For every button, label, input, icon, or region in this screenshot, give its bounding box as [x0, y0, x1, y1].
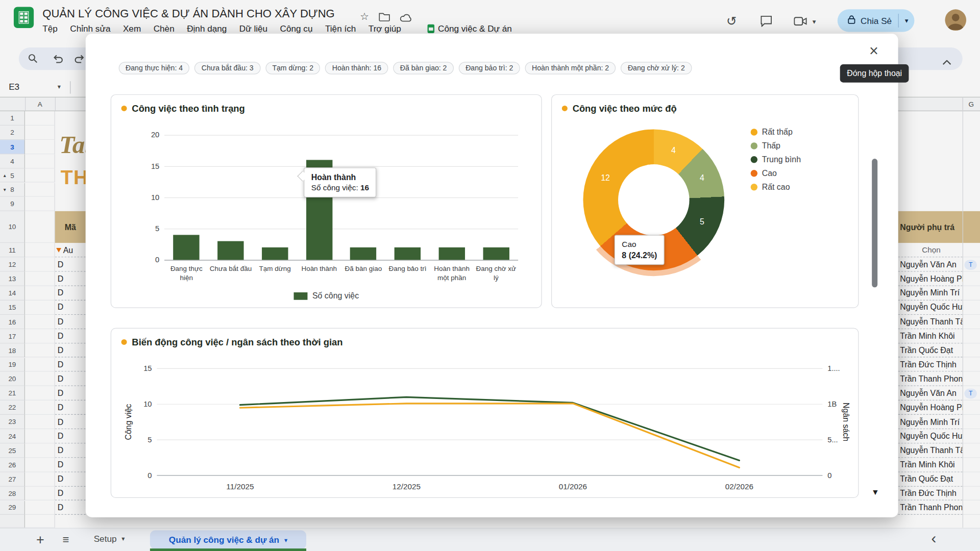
x-tick-label: 02/2026 [725, 482, 753, 491]
slice-value-Rất thấp: 12 [598, 173, 612, 182]
legend-Thấp[interactable]: Thấp [751, 141, 801, 151]
y-tick-label: 15 [137, 162, 159, 170]
status-badge[interactable]: Hoàn thành một phần: 2 [525, 62, 616, 74]
legend-swatch [293, 292, 307, 299]
legend-Rất thấp[interactable]: Rất thấp [751, 128, 801, 137]
bar-Đang chờ xử lý[interactable] [483, 247, 509, 260]
y-tick-label: 5 [137, 224, 159, 233]
status-badge[interactable]: Hoàn thành: 16 [325, 62, 388, 74]
legend-dot [751, 170, 757, 177]
status-badge[interactable]: Đã bàn giao: 2 [393, 62, 454, 74]
y-tick-label: 10 [137, 193, 159, 202]
legend-Trung bình[interactable]: Trung bình [751, 155, 801, 164]
chart-title-status: Công việc theo tình trạng [121, 103, 245, 114]
x-tick-label: 12/2025 [393, 482, 421, 491]
y-tick-label: 20 [137, 131, 159, 139]
status-badge[interactable]: Đang bảo trì: 2 [459, 62, 520, 74]
y-tick-left: 5 [148, 436, 152, 444]
bullet-icon [121, 106, 127, 111]
bar-Đang bảo trì[interactable] [395, 247, 421, 260]
gridline [164, 135, 518, 135]
gridline [164, 197, 518, 198]
modal-scrollbar-thumb[interactable] [872, 159, 877, 287]
legend-Cao[interactable]: Cao [751, 169, 801, 178]
bar-Chưa bắt đầu[interactable] [217, 241, 243, 260]
close-icon[interactable]: × [864, 41, 883, 60]
axis-title-right: Ngân sách [842, 403, 850, 441]
slice-value-Thấp: 4 [695, 173, 709, 182]
donut-hole [618, 164, 690, 236]
chart-card-timeline: Biến động công việc / ngân sách theo thờ… [111, 328, 859, 498]
x-tick-label: Đã bàn giao [341, 265, 385, 273]
status-badges: Đang thực hiện: 4Chưa bắt đầu: 3Tạm dừng… [119, 62, 692, 74]
y-tick-left: 15 [143, 364, 152, 372]
x-tick-label: Đang bảo trì [386, 265, 430, 273]
y-tick-right: 5... [827, 436, 838, 444]
screen: QUẢN LÝ CÔNG VIỆC & DỰ ÁN DÀNH CHO XÂY D… [0, 0, 980, 551]
slice-value-Trung bình: 5 [695, 217, 709, 226]
chart-tooltip: Cao 8 (24.2%) [615, 235, 665, 265]
dashboard-dialog: × Đang thực hiện: 4Chưa bắt đầu: 3Tạm dừ… [86, 34, 898, 517]
legend-dot [751, 142, 757, 149]
bullet-icon [562, 106, 568, 111]
y-tick-left: 10 [143, 400, 152, 408]
series-Ngân sách [240, 404, 739, 468]
gridline [164, 166, 518, 167]
bar-Đang thực hiện[interactable] [174, 235, 200, 260]
x-tick-label: Đang thực hiện [165, 265, 209, 282]
status-badge[interactable]: Tạm dừng: 2 [265, 62, 321, 74]
status-badge[interactable]: Đang thực hiện: 4 [119, 62, 190, 74]
y-tick-label: 0 [137, 256, 159, 264]
chart-title-priority: Công việc theo mức độ [562, 103, 677, 114]
bar-Đã bàn giao[interactable] [350, 247, 376, 260]
axis-title-left: Công việc [124, 404, 133, 440]
x-tick-label: Hoàn thành [297, 265, 341, 273]
y-tick-right: 1B [827, 400, 837, 408]
slice-value-Rất cao: 4 [666, 145, 681, 155]
x-tick-label: 01/2026 [559, 482, 587, 491]
bar-chart-legend: Số công việc [111, 291, 541, 300]
x-tick-label: Chưa bắt đầu [209, 265, 253, 273]
legend-dot [751, 156, 757, 163]
chart-card-priority: Công việc theo mức độ Rất thấpThấpTrung … [551, 94, 859, 308]
x-tick-label: 11/2025 [226, 482, 254, 491]
y-tick-right: 1.... [827, 364, 840, 372]
chart-card-status: Công việc theo tình trạng Hoàn thành Số … [111, 94, 542, 308]
y-tick-left: 0 [148, 471, 152, 480]
legend-Rất cao[interactable]: Rất cao [751, 183, 801, 192]
status-badge[interactable]: Chưa bắt đầu: 3 [194, 62, 260, 74]
x-tick-label: Tạm dừng [253, 265, 297, 273]
donut-legend: Rất thấpThấpTrung bìnhCaoRất cao [751, 128, 801, 192]
gridline [164, 229, 518, 229]
legend-dot [751, 184, 757, 190]
close-tooltip: Đóng hộp thoại [840, 64, 909, 83]
bar-Hoàn thành một phần[interactable] [438, 247, 464, 260]
status-badge[interactable]: Đang chờ xử lý: 2 [621, 62, 692, 74]
legend-label: Số công việc [312, 291, 359, 300]
x-tick-label: Đang chờ xử lý [474, 265, 518, 282]
bar-Tạm dừng[interactable] [262, 247, 288, 260]
legend-dot [751, 129, 757, 135]
gridline [164, 260, 518, 260]
line-chart: 0055...101B151....11/202512/202501/20260… [111, 329, 860, 498]
x-tick-label: Hoàn thành một phần [430, 265, 474, 282]
y-tick-right: 0 [827, 471, 831, 480]
modal-scroll-down-icon[interactable]: ▼ [871, 487, 879, 496]
chart-tooltip: Hoàn thành Số công việc: 16 [304, 167, 377, 197]
